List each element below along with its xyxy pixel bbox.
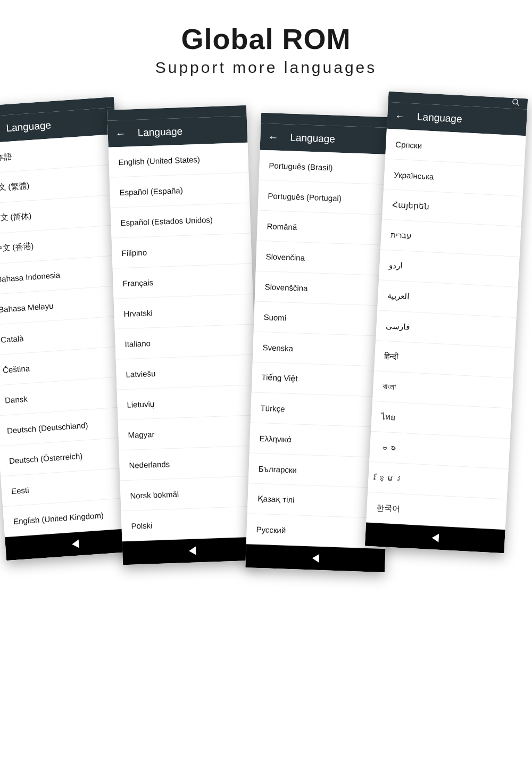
nav-back-icon[interactable]	[188, 547, 196, 555]
language-list: English (United States) Español (España)…	[109, 143, 262, 542]
phone-screenshot-4: ← Language Српски Українська Հայերեն עבר…	[365, 92, 528, 554]
list-item[interactable]: Suomi	[254, 301, 394, 336]
list-item[interactable]: Tiếng Việt	[252, 362, 392, 397]
back-arrow-icon[interactable]: ←	[268, 131, 279, 143]
nav-bar	[122, 537, 262, 565]
list-item[interactable]: Български	[248, 453, 389, 488]
list-item[interactable]: Français	[113, 264, 253, 299]
list-item[interactable]: English (United States)	[109, 143, 249, 178]
back-arrow-icon[interactable]: ←	[395, 110, 406, 121]
phone-screenshot-2: ← Language English (United States) Españ…	[107, 105, 262, 565]
list-item[interactable]: Slovenščina	[255, 271, 395, 307]
list-item[interactable]: Latviešu	[116, 355, 256, 390]
appbar-title: Language	[417, 111, 463, 125]
list-item[interactable]: Português (Brasil)	[259, 150, 400, 185]
nav-back-icon[interactable]	[431, 533, 439, 542]
list-item[interactable]: Svenska	[253, 332, 393, 367]
appbar-title: Language	[6, 119, 52, 134]
appbar-title: Language	[137, 126, 182, 139]
list-item[interactable]: Norsk bokmål	[120, 476, 260, 511]
app-bar: ← Language	[260, 123, 401, 155]
app-bar: ← Language	[107, 116, 248, 147]
list-item[interactable]: Polski	[121, 506, 261, 541]
search-icon[interactable]	[511, 98, 520, 109]
phones-stage: ← Language 日本語 中文 (繁體) 中文 (简体) 中文 (香港) B…	[0, 85, 532, 756]
list-item[interactable]: Italiano	[115, 324, 255, 359]
list-item[interactable]: Hrvatski	[114, 294, 254, 329]
appbar-title: Language	[290, 132, 335, 145]
list-item[interactable]: Română	[257, 211, 397, 246]
nav-bar	[245, 544, 385, 572]
list-item[interactable]: Ελληνικά	[250, 423, 390, 458]
list-item[interactable]: Português (Portugal)	[258, 180, 398, 216]
headline: Global ROM	[0, 22, 532, 55]
language-list: Српски Українська Հայերեն עברית اردو الع…	[366, 129, 526, 530]
list-item[interactable]: Lietuvių	[117, 385, 257, 420]
nav-back-icon[interactable]	[312, 554, 319, 563]
list-item[interactable]: Español (Estados Unidos)	[111, 203, 251, 238]
back-arrow-icon[interactable]: ←	[115, 128, 126, 139]
list-item[interactable]: Türkçe	[251, 392, 391, 427]
list-item[interactable]: Filipino	[112, 234, 252, 269]
list-item[interactable]: Español (España)	[110, 173, 250, 208]
list-item[interactable]: Nederlands	[119, 446, 259, 481]
list-item[interactable]: Magyar	[118, 415, 259, 450]
subheadline: Support more languages	[0, 59, 532, 77]
svg-line-1	[517, 103, 519, 105]
nav-back-icon[interactable]	[71, 540, 79, 549]
list-item[interactable]: Slovenčina	[256, 241, 396, 276]
